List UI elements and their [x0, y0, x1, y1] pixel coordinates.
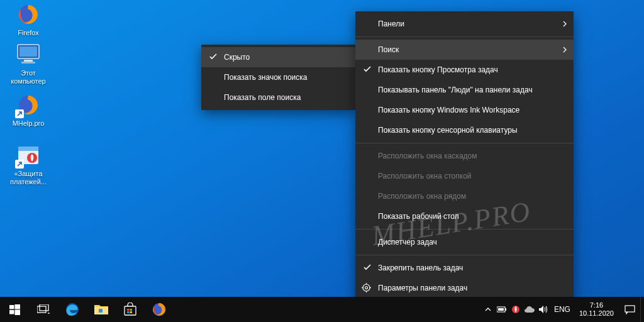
svg-rect-4: [21, 62, 35, 64]
svg-rect-22: [40, 304, 48, 311]
desktop-icon-label: «Защита платежей...: [4, 170, 53, 186]
svg-rect-35: [498, 308, 504, 311]
menu-item-label: Диспетчер задач: [378, 238, 437, 247]
check-icon: [363, 263, 372, 272]
submenu-item-hidden[interactable]: Скрыто: [201, 47, 355, 67]
globe-shortcut-icon: [15, 92, 42, 118]
tray-chevron-up[interactable]: [481, 297, 495, 322]
menu-item-label: Показать кнопку Просмотра задач: [378, 65, 498, 74]
menu-item-label: Показать кнопку сенсорной клавиатуры: [378, 126, 518, 135]
chevron-right-icon: [562, 21, 567, 27]
menu-item-side-by-side: Расположить окна рядом: [355, 186, 574, 206]
menu-item-label: Скрыто: [224, 53, 250, 62]
svg-rect-21: [37, 306, 46, 313]
menu-item-label: Закрепить панель задач: [378, 264, 463, 272]
task-view-icon: [37, 304, 50, 314]
menu-item-cascade: Расположить окна каскадом: [355, 146, 574, 166]
store-icon: [123, 303, 137, 316]
taskbar-app-explorer[interactable]: [87, 297, 116, 322]
menu-item-label: Расположить окна стопкой: [378, 172, 472, 180]
menu-item-show-desktop[interactable]: Показать рабочий стол: [355, 206, 574, 226]
svg-rect-28: [127, 309, 130, 311]
menu-item-label: Показать поле поиска: [224, 93, 301, 102]
menu-separator: [355, 143, 574, 143]
menu-item-taskbar-settings[interactable]: Параметры панели задач: [355, 278, 574, 298]
tray-time: 7:16: [579, 301, 614, 309]
desktop-icon-firefox[interactable]: Firefox: [4, 1, 53, 37]
menu-item-label: Показать значок поиска: [224, 73, 307, 82]
chevron-right-icon: [562, 47, 567, 53]
menu-item-label: Параметры панели задач: [378, 284, 467, 292]
tray-volume-icon[interactable]: [536, 297, 550, 322]
menu-item-ink[interactable]: Показать кнопку Windows Ink Workspace: [355, 100, 574, 120]
menu-item-label: Показать рабочий стол: [378, 212, 459, 221]
taskbar-app-store[interactable]: [116, 297, 145, 322]
show-desktop-button[interactable]: [640, 297, 644, 322]
svg-rect-29: [130, 309, 133, 311]
menu-item-touch-keyboard[interactable]: Показать кнопку сенсорной клавиатуры: [355, 120, 574, 140]
desktop-icon-label: MHelp.pro: [4, 119, 53, 128]
menu-item-task-manager[interactable]: Диспетчер задач: [355, 232, 574, 252]
svg-rect-3: [24, 60, 33, 62]
svg-rect-8: [18, 147, 38, 151]
svg-point-11: [363, 284, 370, 291]
menu-item-label: Расположить окна рядом: [378, 192, 466, 201]
taskbar-app-edge[interactable]: [58, 297, 87, 322]
gear-icon: [362, 283, 371, 292]
svg-point-12: [365, 287, 368, 289]
start-button[interactable]: [0, 297, 29, 322]
svg-rect-30: [127, 311, 130, 313]
svg-rect-26: [99, 309, 103, 313]
firefox-icon: [152, 302, 167, 317]
menu-separator: [355, 229, 574, 230]
desktop-icon-label: Этот компьютер: [4, 69, 53, 86]
svg-rect-20: [14, 309, 20, 315]
folder-icon: [94, 303, 109, 316]
task-view-button[interactable]: [29, 297, 58, 322]
svg-rect-2: [19, 47, 37, 57]
taskbar[interactable]: ENG 7:16 10.11.2020: [0, 297, 644, 322]
desktop-icon-this-pc[interactable]: Этот компьютер: [4, 42, 53, 86]
menu-item-label: Показывать панель "Люди" на панели задач: [378, 86, 533, 94]
menu-separator: [355, 255, 574, 255]
tray-app-icon-1[interactable]: [509, 297, 523, 322]
desktop[interactable]: Firefox Этот компьютер MHelp.pro «Защита…: [0, 0, 644, 322]
check-icon: [209, 52, 218, 61]
taskbar-app-firefox[interactable]: [145, 297, 174, 322]
search-submenu: Скрыто Показать значок поиска Показать п…: [201, 45, 355, 110]
tray-action-center[interactable]: [619, 297, 640, 322]
menu-item-people[interactable]: Показывать панель "Люди" на панели задач: [355, 80, 574, 100]
desktop-icon-label: Firefox: [4, 29, 53, 37]
firefox-icon: [15, 1, 42, 28]
svg-rect-31: [130, 311, 133, 313]
desktop-icon-protection[interactable]: «Защита платежей...: [4, 142, 53, 186]
computer-icon: [15, 42, 42, 68]
windows-icon: [9, 304, 20, 315]
desktop-icon-mhelp[interactable]: MHelp.pro: [4, 92, 53, 128]
edge-icon: [65, 302, 80, 317]
submenu-item-show-box[interactable]: Показать поле поиска: [201, 87, 355, 108]
menu-separator: [355, 36, 574, 37]
menu-item-label: Панели: [378, 19, 404, 28]
menu-item-panels[interactable]: Панели: [355, 14, 574, 34]
tray-onedrive-icon[interactable]: [523, 297, 536, 322]
menu-item-task-view[interactable]: Показать кнопку Просмотра задач: [355, 60, 574, 80]
svg-rect-17: [9, 305, 14, 309]
tray-language[interactable]: ENG: [550, 305, 574, 314]
tray-clock[interactable]: 7:16 10.11.2020: [574, 301, 619, 318]
menu-item-label: Расположить окна каскадом: [378, 152, 477, 160]
svg-rect-37: [625, 306, 635, 312]
taskbar-context-menu: Панели Поиск Показать кнопку Просмотра з…: [355, 11, 574, 301]
svg-rect-19: [9, 310, 14, 314]
tray-date: 10.11.2020: [579, 309, 614, 318]
svg-rect-18: [14, 304, 20, 309]
protection-shortcut-icon: [15, 142, 42, 169]
tray-battery-icon[interactable]: [495, 297, 509, 322]
svg-rect-34: [505, 308, 506, 311]
system-tray: ENG 7:16 10.11.2020: [481, 297, 644, 322]
menu-item-search[interactable]: Поиск: [355, 40, 574, 60]
menu-item-label: Поиск: [378, 45, 399, 54]
menu-item-lock-taskbar[interactable]: Закрепить панель задач: [355, 258, 574, 278]
submenu-item-show-icon[interactable]: Показать значок поиска: [201, 67, 355, 87]
menu-item-stacked: Расположить окна стопкой: [355, 166, 574, 186]
